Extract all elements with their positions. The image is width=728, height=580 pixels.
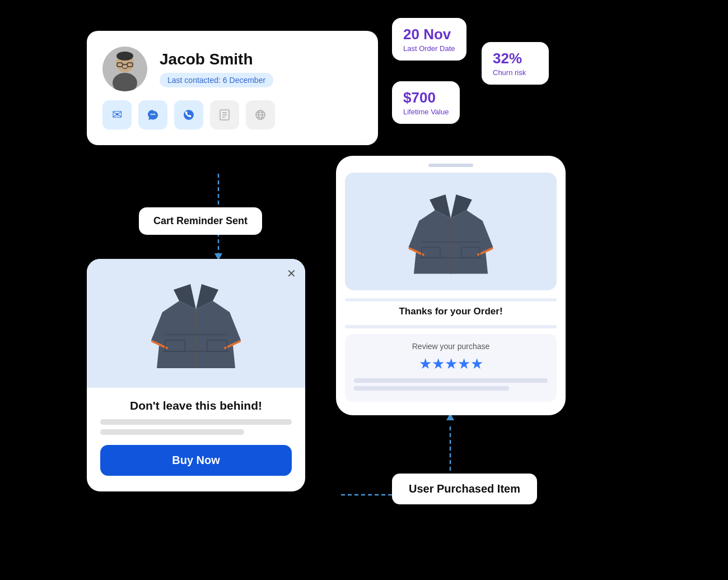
close-button[interactable]: ✕ [287, 267, 296, 280]
cart-text-line-2 [100, 429, 244, 435]
phone-divider-2 [345, 325, 557, 328]
thanks-text: Thanks for your Order! [345, 306, 557, 317]
cart-popup-image-area: ✕ [87, 259, 305, 388]
churn-risk-label: Churn risk [493, 68, 538, 77]
whatsapp-action-button[interactable] [174, 100, 203, 129]
cart-popup-title: Don't leave this behind! [100, 399, 292, 412]
review-line-2 [354, 386, 509, 391]
order-confirmation-card: Thanks for your Order! Review your purch… [336, 156, 566, 415]
phone-divider-1 [345, 298, 557, 301]
cart-popup-content: Don't leave this behind! [87, 388, 305, 435]
review-label: Review your purchase [354, 342, 548, 351]
last-order-date-value: 20 Nov [403, 26, 455, 43]
last-contacted-badge: Last contacted: 6 December [160, 73, 273, 87]
svg-point-13 [151, 114, 152, 115]
review-box: Review your purchase ★★★★★ [345, 334, 557, 402]
profile-info: Jacob Smith Last contacted: 6 December [160, 50, 273, 87]
svg-point-9 [116, 52, 133, 61]
buy-now-button[interactable]: Buy Now [100, 445, 292, 476]
lifetime-value-card: $700 Lifetime Value [392, 81, 460, 124]
profile-header: Jacob Smith Last contacted: 6 December [102, 47, 361, 91]
phone-notch [428, 164, 473, 167]
review-line-1 [354, 378, 548, 383]
avatar [102, 47, 147, 91]
last-order-date-card: 20 Nov Last Order Date [392, 18, 466, 61]
svg-point-16 [184, 110, 194, 120]
churn-risk-value: 32% [493, 50, 538, 67]
ltv-value: $700 [403, 89, 449, 106]
web-action-button[interactable] [246, 100, 275, 129]
cart-reminder-bubble: Cart Reminder Sent [139, 207, 262, 235]
email-action-button[interactable]: ✉ [102, 100, 132, 129]
cart-text-line-1 [100, 419, 292, 425]
ltv-label: Lifetime Value [403, 108, 449, 116]
last-order-date-label: Last Order Date [403, 44, 455, 53]
star-rating: ★★★★★ [354, 355, 548, 373]
chat-action-button[interactable] [138, 100, 167, 129]
churn-risk-card: 32% Churn risk [482, 42, 549, 85]
phone-image-area [345, 173, 557, 290]
profile-card: Jacob Smith Last contacted: 6 December ✉ [87, 31, 378, 145]
svg-point-14 [152, 114, 153, 115]
svg-point-15 [154, 114, 155, 115]
profile-name: Jacob Smith [160, 50, 273, 68]
survey-action-button[interactable] [210, 100, 239, 129]
user-purchased-bubble: User Purchased Item [392, 474, 537, 504]
cart-popup-card: ✕ [87, 259, 305, 491]
profile-actions: ✉ [102, 100, 361, 129]
